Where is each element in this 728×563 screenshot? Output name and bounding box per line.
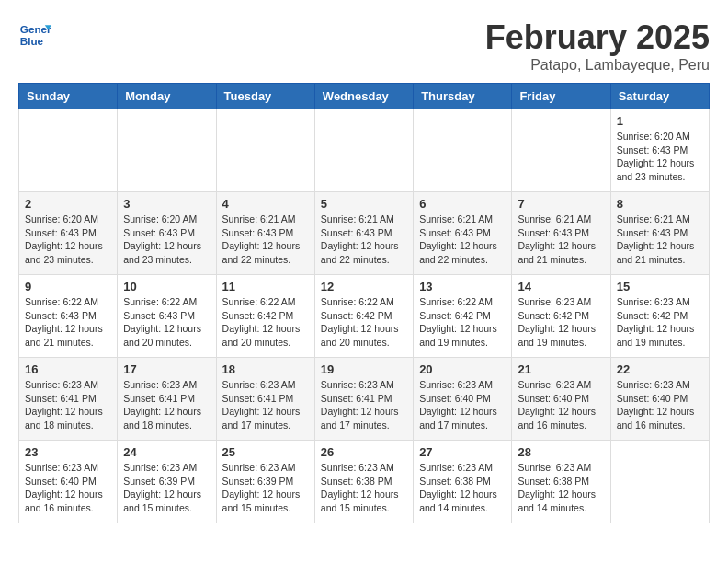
weekday-header-wednesday: Wednesday [314, 84, 413, 109]
weekday-header-sunday: Sunday [19, 84, 118, 109]
day-info: Sunrise: 6:22 AM Sunset: 6:43 PM Dayligh… [123, 295, 210, 350]
calendar-cell: 13Sunrise: 6:22 AM Sunset: 6:42 PM Dayli… [414, 275, 512, 358]
day-info: Sunrise: 6:23 AM Sunset: 6:42 PM Dayligh… [617, 295, 703, 350]
day-number: 16 [25, 362, 111, 376]
calendar-cell [118, 109, 216, 192]
day-number: 12 [321, 280, 407, 293]
day-info: Sunrise: 6:21 AM Sunset: 6:43 PM Dayligh… [419, 213, 506, 267]
day-number: 17 [123, 362, 210, 376]
day-number: 23 [25, 445, 111, 459]
calendar-cell: 25Sunrise: 6:23 AM Sunset: 6:39 PM Dayli… [216, 441, 314, 523]
weekday-header-thursday: Thursday [414, 84, 512, 109]
calendar-cell [314, 109, 413, 192]
day-info: Sunrise: 6:22 AM Sunset: 6:42 PM Dayligh… [419, 295, 506, 350]
day-number: 3 [123, 197, 210, 211]
day-number: 14 [518, 280, 604, 293]
day-info: Sunrise: 6:20 AM Sunset: 6:43 PM Dayligh… [123, 213, 210, 267]
day-number: 24 [123, 445, 210, 459]
weekday-header-saturday: Saturday [610, 84, 709, 109]
week-row-2: 9Sunrise: 6:22 AM Sunset: 6:43 PM Daylig… [19, 275, 710, 358]
day-number: 26 [321, 445, 407, 459]
weekday-header-tuesday: Tuesday [216, 84, 314, 109]
weekday-header-friday: Friday [512, 84, 610, 109]
calendar-cell: 22Sunrise: 6:23 AM Sunset: 6:40 PM Dayli… [610, 358, 709, 441]
day-number: 1 [617, 114, 703, 128]
calendar-cell: 16Sunrise: 6:23 AM Sunset: 6:41 PM Dayli… [19, 358, 118, 441]
day-number: 6 [419, 197, 506, 211]
calendar-cell: 17Sunrise: 6:23 AM Sunset: 6:41 PM Dayli… [118, 358, 216, 441]
day-number: 15 [617, 280, 703, 293]
day-info: Sunrise: 6:23 AM Sunset: 6:39 PM Dayligh… [123, 461, 210, 515]
day-number: 21 [518, 362, 604, 376]
day-number: 27 [419, 445, 506, 459]
day-info: Sunrise: 6:23 AM Sunset: 6:39 PM Dayligh… [222, 461, 309, 515]
calendar-cell: 24Sunrise: 6:23 AM Sunset: 6:39 PM Dayli… [118, 441, 216, 523]
day-info: Sunrise: 6:21 AM Sunset: 6:43 PM Dayligh… [617, 213, 703, 267]
day-info: Sunrise: 6:23 AM Sunset: 6:38 PM Dayligh… [321, 461, 407, 515]
day-number: 25 [222, 445, 309, 459]
day-info: Sunrise: 6:23 AM Sunset: 6:41 PM Dayligh… [25, 378, 111, 432]
calendar-cell [610, 441, 709, 523]
calendar-cell: 26Sunrise: 6:23 AM Sunset: 6:38 PM Dayli… [314, 441, 413, 523]
day-info: Sunrise: 6:22 AM Sunset: 6:42 PM Dayligh… [321, 295, 407, 350]
day-number: 11 [222, 280, 309, 293]
calendar-cell: 8Sunrise: 6:21 AM Sunset: 6:43 PM Daylig… [610, 192, 709, 275]
calendar-cell [216, 109, 314, 192]
day-number: 20 [419, 362, 506, 376]
day-info: Sunrise: 6:21 AM Sunset: 6:43 PM Dayligh… [321, 213, 407, 267]
calendar-cell: 10Sunrise: 6:22 AM Sunset: 6:43 PM Dayli… [118, 275, 216, 358]
day-info: Sunrise: 6:21 AM Sunset: 6:43 PM Dayligh… [518, 213, 604, 267]
day-info: Sunrise: 6:22 AM Sunset: 6:43 PM Dayligh… [25, 295, 111, 350]
day-number: 9 [25, 280, 111, 293]
logo-icon: General Blue [18, 18, 51, 52]
calendar-cell: 14Sunrise: 6:23 AM Sunset: 6:42 PM Dayli… [512, 275, 610, 358]
weekday-header-monday: Monday [118, 84, 216, 109]
day-info: Sunrise: 6:23 AM Sunset: 6:41 PM Dayligh… [222, 378, 309, 432]
calendar-cell: 1Sunrise: 6:20 AM Sunset: 6:43 PM Daylig… [610, 109, 709, 192]
calendar-cell: 4Sunrise: 6:21 AM Sunset: 6:43 PM Daylig… [216, 192, 314, 275]
weekday-header-row: SundayMondayTuesdayWednesdayThursdayFrid… [19, 84, 710, 109]
day-number: 4 [222, 197, 309, 211]
calendar-cell: 3Sunrise: 6:20 AM Sunset: 6:43 PM Daylig… [118, 192, 216, 275]
calendar-cell: 27Sunrise: 6:23 AM Sunset: 6:38 PM Dayli… [414, 441, 512, 523]
day-info: Sunrise: 6:22 AM Sunset: 6:42 PM Dayligh… [222, 295, 309, 350]
week-row-4: 23Sunrise: 6:23 AM Sunset: 6:40 PM Dayli… [19, 441, 710, 523]
svg-text:General: General [20, 23, 51, 35]
calendar-cell: 5Sunrise: 6:21 AM Sunset: 6:43 PM Daylig… [314, 192, 413, 275]
calendar-cell [19, 109, 118, 192]
calendar-cell: 19Sunrise: 6:23 AM Sunset: 6:41 PM Dayli… [314, 358, 413, 441]
calendar-cell [414, 109, 512, 192]
day-info: Sunrise: 6:20 AM Sunset: 6:43 PM Dayligh… [25, 213, 111, 267]
day-info: Sunrise: 6:23 AM Sunset: 6:40 PM Dayligh… [617, 378, 703, 432]
day-number: 22 [617, 362, 703, 376]
week-row-3: 16Sunrise: 6:23 AM Sunset: 6:41 PM Dayli… [19, 358, 710, 441]
calendar-cell: 7Sunrise: 6:21 AM Sunset: 6:43 PM Daylig… [512, 192, 610, 275]
calendar-cell: 20Sunrise: 6:23 AM Sunset: 6:40 PM Dayli… [414, 358, 512, 441]
calendar-title: February 2025 [485, 18, 710, 57]
title-block: February 2025 Patapo, Lambayeque, Peru [485, 18, 710, 74]
svg-text:Blue: Blue [20, 35, 44, 47]
week-row-1: 2Sunrise: 6:20 AM Sunset: 6:43 PM Daylig… [19, 192, 710, 275]
day-number: 7 [518, 197, 604, 211]
day-info: Sunrise: 6:23 AM Sunset: 6:41 PM Dayligh… [321, 378, 407, 432]
day-number: 10 [123, 280, 210, 293]
day-info: Sunrise: 6:23 AM Sunset: 6:40 PM Dayligh… [518, 378, 604, 432]
calendar-cell: 18Sunrise: 6:23 AM Sunset: 6:41 PM Dayli… [216, 358, 314, 441]
day-info: Sunrise: 6:23 AM Sunset: 6:38 PM Dayligh… [419, 461, 506, 515]
logo: General Blue [18, 18, 51, 52]
calendar-cell: 6Sunrise: 6:21 AM Sunset: 6:43 PM Daylig… [414, 192, 512, 275]
day-number: 5 [321, 197, 407, 211]
day-info: Sunrise: 6:23 AM Sunset: 6:41 PM Dayligh… [123, 378, 210, 432]
page-header: General Blue February 2025 Patapo, Lamba… [18, 18, 710, 74]
day-info: Sunrise: 6:23 AM Sunset: 6:40 PM Dayligh… [419, 378, 506, 432]
day-info: Sunrise: 6:20 AM Sunset: 6:43 PM Dayligh… [617, 130, 703, 184]
day-info: Sunrise: 6:23 AM Sunset: 6:38 PM Dayligh… [518, 461, 604, 515]
calendar-cell: 2Sunrise: 6:20 AM Sunset: 6:43 PM Daylig… [19, 192, 118, 275]
day-number: 28 [518, 445, 604, 459]
day-number: 19 [321, 362, 407, 376]
calendar-cell: 23Sunrise: 6:23 AM Sunset: 6:40 PM Dayli… [19, 441, 118, 523]
day-number: 13 [419, 280, 506, 293]
calendar-cell [512, 109, 610, 192]
calendar-cell: 28Sunrise: 6:23 AM Sunset: 6:38 PM Dayli… [512, 441, 610, 523]
day-number: 18 [222, 362, 309, 376]
